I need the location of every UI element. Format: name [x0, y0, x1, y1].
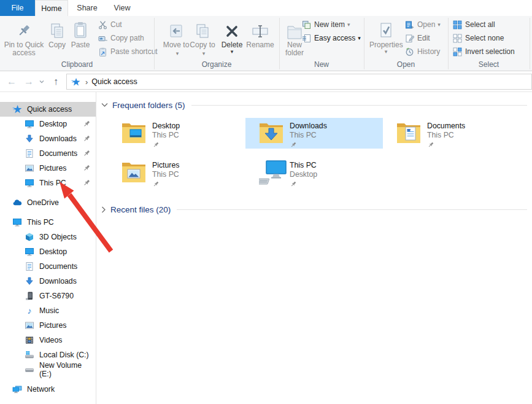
- address-bar[interactable]: › Quick access: [66, 74, 532, 90]
- hard-disk-icon: [25, 365, 34, 375]
- copy-button[interactable]: Copy: [45, 20, 69, 49]
- pin-icon: [2, 20, 45, 39]
- open-button[interactable]: Open ▾: [405, 18, 441, 31]
- chevron-down-icon: [101, 103, 108, 107]
- select-none-label: Select none: [465, 34, 504, 42]
- invert-selection-button[interactable]: Invert selection: [453, 45, 515, 58]
- select-none-icon: [453, 34, 462, 43]
- new-item-label: New item: [314, 20, 345, 29]
- copy-to-button[interactable]: Copy to ▾: [189, 20, 216, 58]
- tile-subtitle: This PC: [427, 131, 465, 140]
- sidebar-item-label: GT-S6790: [39, 292, 74, 300]
- quick-access-star-icon: [71, 77, 80, 87]
- tile-desktop[interactable]: Desktop This PC: [108, 118, 245, 149]
- sidebar-item-quick-access[interactable]: Quick access: [0, 102, 96, 117]
- sidebar-item-network[interactable]: Network: [0, 382, 96, 397]
- sidebar-item-local-disk-c[interactable]: Local Disk (C:): [0, 348, 96, 362]
- sidebar-item-label: Documents: [39, 262, 77, 271]
- up-button[interactable]: ↑: [49, 71, 63, 91]
- easy-access-label: Easy access: [314, 34, 355, 42]
- tile-pictures[interactable]: Pictures This PC: [108, 157, 245, 188]
- edit-button[interactable]: Edit: [405, 32, 430, 44]
- monitor-icon: [25, 119, 34, 129]
- paste-shortcut-button[interactable]: Paste shortcut: [98, 45, 158, 58]
- tile-subtitle: This PC: [290, 131, 327, 140]
- new-item-button[interactable]: New item ▾: [302, 18, 350, 31]
- folder-pictures-icon: [121, 161, 146, 183]
- pin-icon: [290, 141, 327, 149]
- tile-subtitle: Desktop: [290, 170, 317, 179]
- paste-shortcut-icon: [98, 47, 107, 56]
- tile-this-pc[interactable]: This PC Desktop: [245, 157, 383, 188]
- paste-shortcut-label: Paste shortcut: [110, 47, 158, 56]
- sidebar-item-pc-desktop[interactable]: Desktop: [0, 244, 96, 259]
- frequent-folders-header[interactable]: Frequent folders (5): [101, 99, 527, 111]
- sidebar-item-pc-documents[interactable]: Documents: [0, 259, 96, 274]
- paste-button[interactable]: Paste: [67, 20, 93, 49]
- tab-view[interactable]: View: [106, 0, 138, 16]
- copy-path-label: Copy path: [110, 34, 144, 42]
- document-icon: [25, 149, 34, 158]
- rename-icon: [245, 20, 275, 39]
- rename-button[interactable]: Rename: [245, 20, 275, 49]
- forward-button[interactable]: →: [22, 71, 36, 91]
- move-to-button[interactable]: Move to ▾: [163, 20, 190, 58]
- sidebar-item-pictures[interactable]: Pictures: [0, 161, 96, 176]
- tile-subtitle: This PC: [152, 170, 179, 179]
- sidebar-item-label: This PC: [27, 218, 54, 227]
- cube-3d-icon: [25, 232, 34, 242]
- sidebar-item-pc-pictures[interactable]: Pictures: [0, 318, 96, 333]
- tab-home[interactable]: Home: [35, 0, 68, 16]
- select-all-button[interactable]: Select all: [453, 18, 495, 31]
- recent-locations-dropdown[interactable]: [37, 71, 47, 91]
- history-button[interactable]: History: [405, 45, 440, 58]
- sidebar-item-label: This PC: [39, 179, 66, 187]
- pin-icon: [82, 164, 91, 173]
- header-rule: [191, 105, 527, 106]
- open-icon: [405, 20, 414, 29]
- sidebar-item-3d-objects[interactable]: 3D Objects: [0, 230, 96, 244]
- copy-to-label: Copy to ▾: [189, 41, 216, 58]
- select-group-label: Select: [448, 60, 530, 69]
- sidebar-item-label: 3D Objects: [39, 233, 77, 241]
- easy-access-button[interactable]: Easy access ▾: [302, 32, 361, 44]
- sidebar-item-this-pc[interactable]: This PC: [0, 215, 96, 230]
- tile-downloads[interactable]: Downloads This PC: [245, 118, 383, 149]
- sidebar-item-this-pc-pinned[interactable]: This PC: [0, 176, 96, 190]
- pin-to-quick-access-button[interactable]: Pin to Quick access: [2, 20, 45, 57]
- recent-files-title: Recent files (20): [110, 205, 171, 214]
- back-button[interactable]: ←: [5, 71, 18, 91]
- sidebar-item-downloads[interactable]: Downloads: [0, 131, 96, 146]
- sidebar-item-videos[interactable]: Videos: [0, 333, 96, 348]
- pin-icon: [82, 120, 91, 128]
- sidebar-item-music[interactable]: ♪ Music: [0, 303, 96, 318]
- dropdown-caret-icon: ▾: [176, 50, 179, 56]
- group-separator: [530, 18, 530, 69]
- breadcrumb-root[interactable]: Quick access: [91, 77, 137, 86]
- pin-icon: [152, 181, 179, 188]
- sidebar-item-phone-gt-s6790[interactable]: GT-S6790: [0, 289, 96, 303]
- properties-button[interactable]: Properties ▾: [369, 20, 403, 54]
- cut-icon: [98, 20, 107, 29]
- ribbon: Pin to Quick access Copy Paste Cut Copy …: [0, 16, 532, 71]
- properties-icon: [369, 20, 403, 39]
- recent-files-header[interactable]: Recent files (20): [101, 204, 527, 215]
- sidebar-item-onedrive[interactable]: OneDrive: [0, 195, 96, 210]
- onedrive-cloud-icon: [12, 198, 22, 208]
- tab-share[interactable]: Share: [68, 0, 106, 16]
- sidebar-item-desktop[interactable]: Desktop: [0, 117, 96, 131]
- tab-file[interactable]: File: [0, 0, 35, 16]
- frequent-folders-title: Frequent folders (5): [112, 101, 185, 110]
- sidebar-item-pc-downloads[interactable]: Downloads: [0, 274, 96, 289]
- delete-button[interactable]: Delete ▾: [218, 20, 246, 54]
- sidebar-item-documents[interactable]: Documents: [0, 146, 96, 161]
- sidebar-item-label: Local Disk (C:): [39, 351, 89, 359]
- new-group-label: New: [279, 60, 364, 69]
- copy-path-button[interactable]: Copy path: [98, 32, 144, 44]
- cut-button[interactable]: Cut: [98, 18, 122, 31]
- tile-documents[interactable]: Documents This PC: [383, 118, 520, 149]
- folder-downloads-icon: [259, 122, 283, 144]
- document-icon: [25, 262, 34, 271]
- sidebar-item-new-volume-e[interactable]: New Volume (E:): [0, 362, 96, 377]
- select-none-button[interactable]: Select none: [453, 32, 504, 44]
